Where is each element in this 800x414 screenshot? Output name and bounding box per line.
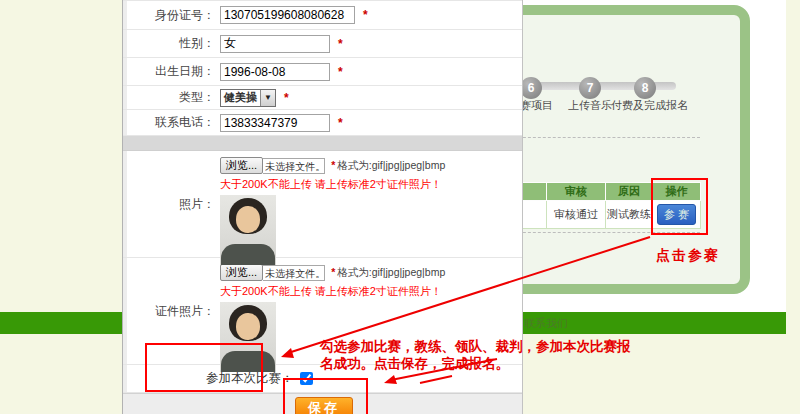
header-cell-audit: 审核 bbox=[547, 183, 606, 201]
annotation-instruction-line1: 勾选参加比赛，教练、领队、裁判，参加本次比赛报 bbox=[320, 338, 631, 355]
chevron-down-icon[interactable]: ▼ bbox=[260, 90, 275, 106]
id-number-label: 身份证号： bbox=[128, 7, 220, 24]
annotation-rect-save bbox=[283, 378, 368, 414]
type-label: 类型： bbox=[128, 89, 220, 106]
step-7-circle: 7 bbox=[579, 77, 601, 99]
cell-audit-status: 审核通过 bbox=[547, 201, 606, 229]
portrait-face bbox=[236, 313, 260, 340]
cert-photo-file-name: 未选择文件。 bbox=[263, 265, 325, 281]
annotation-rect-checkbox bbox=[145, 343, 263, 392]
footer-contact-link[interactable]: 联系我们 bbox=[524, 316, 568, 331]
required-mark: * bbox=[363, 8, 368, 22]
section-divider bbox=[123, 136, 522, 151]
id-number-field[interactable] bbox=[220, 6, 355, 24]
cert-photo-size-warning: 大于200K不能上传 请上传标准2寸证件照片！ bbox=[220, 284, 445, 299]
step-8-circle: 8 bbox=[634, 77, 656, 99]
required-mark: * bbox=[338, 116, 343, 130]
portrait-photo bbox=[220, 195, 276, 265]
required-mark: * bbox=[338, 37, 343, 51]
gender-label: 性别： bbox=[128, 35, 220, 52]
step-8-label: 付费及完成报名 bbox=[611, 98, 688, 113]
cert-photo-label: 证件照片： bbox=[128, 303, 220, 320]
portrait-body bbox=[221, 244, 275, 265]
required-mark: * bbox=[331, 266, 335, 278]
photo-size-warning: 大于200K不能上传 请上传标准2寸证件照片！ bbox=[220, 177, 445, 192]
phone-label: 联系电话： bbox=[128, 114, 220, 131]
photo-browse-button[interactable]: 浏览... bbox=[220, 157, 263, 174]
annotation-instruction-line2: 名成功。点击保存，完成报名。 bbox=[320, 355, 631, 372]
annotation-instruction: 勾选参加比赛，教练、领队、裁判，参加本次比赛报 名成功。点击保存，完成报名。 bbox=[320, 338, 631, 372]
photo-format-note: 格式为:gif|jpg|jpeg|bmp bbox=[337, 159, 445, 171]
portrait-face bbox=[236, 206, 260, 233]
cell-reason: 测试教练 bbox=[606, 201, 653, 229]
birth-date-field[interactable] bbox=[220, 63, 330, 81]
step-7-label: 上传音乐 bbox=[568, 98, 612, 113]
form-row-gender: 性别： * bbox=[123, 30, 522, 58]
form-row-birth-date: 出生日期： * bbox=[123, 58, 522, 86]
form-row-id-number: 身份证号： * bbox=[123, 0, 522, 30]
type-select[interactable]: 健美操 ▼ bbox=[220, 89, 276, 107]
page: 6 7 8 参赛项目 上传音乐 付费及完成报名 审核 原因 操作 审核通过 测试… bbox=[0, 0, 800, 414]
dashed-separator-top bbox=[508, 137, 700, 138]
photo-label: 照片： bbox=[128, 196, 220, 213]
header-cell-reason: 原因 bbox=[606, 183, 653, 201]
photo-file-name: 未选择文件。 bbox=[263, 158, 325, 174]
birth-date-label: 出生日期： bbox=[128, 63, 220, 80]
photo-upload-section: 照片： 浏览... 未选择文件。 *格式为:gif|jpg|jpeg|bmp 大… bbox=[123, 151, 522, 258]
required-mark: * bbox=[338, 65, 343, 79]
type-select-value: 健美操 bbox=[221, 90, 260, 105]
required-mark: * bbox=[331, 159, 335, 171]
gender-field[interactable] bbox=[220, 35, 330, 53]
annotation-rect-action-column bbox=[651, 178, 708, 235]
required-mark: * bbox=[284, 91, 289, 105]
cert-photo-browse-button[interactable]: 浏览... bbox=[220, 264, 263, 281]
phone-field[interactable] bbox=[220, 114, 330, 132]
step-6-circle: 6 bbox=[520, 77, 542, 99]
form-row-type: 类型： 健美操 ▼ * bbox=[123, 86, 522, 110]
annotation-click-join: 点击参赛 bbox=[656, 247, 720, 265]
form-row-phone: 联系电话： * bbox=[123, 110, 522, 136]
cert-photo-format-note: 格式为:gif|jpg|jpeg|bmp bbox=[337, 266, 445, 278]
